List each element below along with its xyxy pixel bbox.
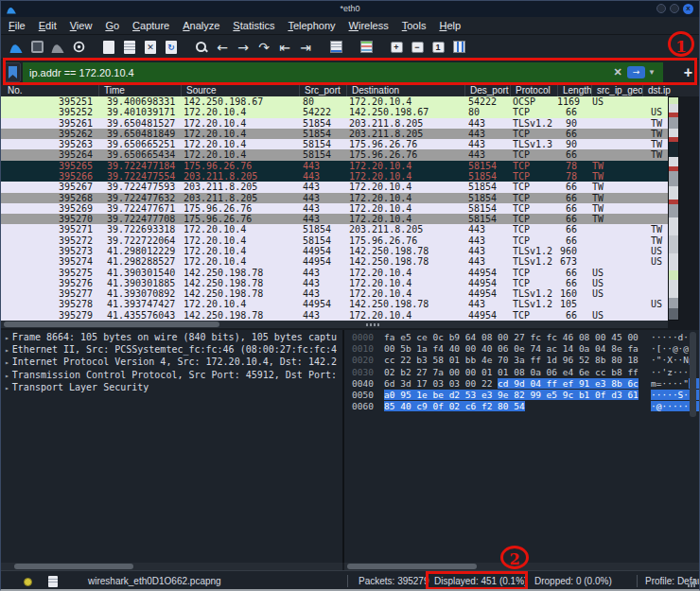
stop-capture-button[interactable] (26, 38, 47, 57)
packet-row-395269[interactable]: 39526939.722477671175.96.26.76443172.20.… (1, 203, 668, 214)
menu-tools[interactable]: Tools (402, 20, 427, 31)
packet-row-395263[interactable]: 39526339.650665251172.20.10.458154175.96… (1, 139, 668, 149)
packet-details-pane[interactable]: ▸Frame 8664: 105 bytes on wire (840 bits… (1, 330, 342, 563)
menu-analyze[interactable]: Analyze (183, 20, 219, 31)
hex-row[interactable]: 0000fa e5 ce 0c b9 64 08 00 27 fc fc 46 … (344, 332, 700, 343)
packet-list-vertical-scrollbar[interactable] (668, 96, 679, 321)
packet-row-395264[interactable]: 39526439.650665434172.20.10.458154175.96… (1, 149, 668, 160)
save-file-button[interactable] (119, 38, 140, 57)
hex-row[interactable]: 003002 b2 27 7a 00 00 01 01 08 0a 06 e4 … (344, 367, 700, 378)
packet-row-395272[interactable]: 39527239.722722064172.20.10.458154175.96… (1, 235, 668, 246)
column-header[interactable]: src_ip_geo (591, 85, 642, 96)
hex-row[interactable]: 006085 40 c9 0f 02 c6 f2 80 54·@······ T (344, 401, 700, 412)
packet-row-395275[interactable]: 39527541.390301540142.250.198.78443172.2… (1, 268, 668, 278)
hex-row[interactable]: 0020cc 22 b3 58 01 bb 4e 70 3a ff 1d 96 … (344, 355, 700, 366)
column-header[interactable]: Source (181, 85, 299, 96)
menu-help[interactable]: Help (439, 20, 461, 31)
coloring-rules-button[interactable] (356, 38, 376, 57)
resize-columns-button[interactable] (448, 38, 469, 57)
close-button[interactable]: x (683, 4, 693, 14)
packet-row-395262[interactable]: 39526239.650481849172.20.10.451854203.21… (1, 129, 668, 139)
column-header[interactable]: Length (557, 85, 591, 96)
packet-row-395273[interactable]: 39527341.298012229172.20.10.444954142.25… (1, 246, 668, 256)
packet-row-395274[interactable]: 39527441.298288527172.20.10.444954142.25… (1, 256, 668, 267)
column-header[interactable]: dst.ip (642, 85, 699, 96)
cell-destination: 175.96.26.76 (346, 149, 464, 160)
close-file-button[interactable]: ✕ (140, 38, 161, 57)
column-header[interactable]: Protocol (510, 85, 557, 96)
go-forward-button[interactable]: → (233, 38, 254, 57)
hex-row[interactable]: 0050a0 95 1e be d2 53 e3 9e 82 99 e5 9c … (344, 390, 700, 401)
hex-offset: 0020 (344, 355, 376, 366)
menu-go[interactable]: Go (105, 20, 119, 31)
last-packet-button[interactable]: ⇥ (295, 38, 316, 57)
detail-tree-item[interactable]: ▸Frame 8664: 105 bytes on wire (840 bits… (1, 332, 342, 344)
detail-tree-item[interactable]: ▸Ethernet II, Src: PCSSystemtec_fc:fc:46… (1, 344, 342, 356)
go-to-packet-button[interactable]: ↷ (254, 38, 274, 57)
find-packet-button[interactable] (191, 38, 212, 57)
packet-list-header[interactable]: No.TimeSourceSrc_portDestinationDes_port… (1, 85, 699, 96)
packet-row-395270[interactable]: 39527039.722477708175.96.26.76443172.20.… (1, 214, 668, 224)
scrollbar-handle[interactable] (347, 564, 477, 569)
start-capture-button[interactable] (6, 38, 26, 57)
auto-scroll-button[interactable] (325, 38, 346, 57)
packet-list-horizontal-scrollbar[interactable] (1, 321, 668, 328)
open-file-button[interactable] (98, 38, 119, 57)
first-packet-button[interactable]: ⇤ (274, 38, 295, 57)
expand-arrow-icon[interactable]: ▸ (5, 384, 12, 392)
capture-file-annotation-icon[interactable] (48, 576, 58, 587)
restart-capture-button[interactable] (47, 38, 68, 57)
column-header[interactable]: Des_port (464, 85, 510, 96)
menu-wireless[interactable]: Wireless (349, 20, 389, 31)
packet-row-395268[interactable]: 39526839.722477632203.211.8.205443172.20… (1, 193, 668, 203)
hex-row[interactable]: 001000 5b 1a f4 40 00 40 06 0e 74 ac 14 … (344, 343, 700, 355)
expand-arrow-icon[interactable]: ▸ (5, 358, 12, 367)
detail-tree-item[interactable]: ▸Internet Protocol Version 4, Src: 172.2… (1, 356, 342, 369)
column-header[interactable]: Src_port (299, 85, 346, 96)
scrollbar-handle[interactable] (14, 564, 133, 569)
cell-no: 395263 (1, 139, 98, 149)
packet-row-395276[interactable]: 39527641.390301885142.250.198.78443172.2… (1, 278, 668, 288)
menu-capture[interactable]: Capture (132, 20, 169, 31)
menu-telephony[interactable]: Telephony (288, 20, 335, 31)
packet-row-395267[interactable]: 39526739.722477593203.211.8.205443172.20… (1, 182, 668, 192)
packet-row-395265[interactable]: 39526539.722477184175.96.26.76443172.20.… (1, 161, 668, 171)
menu-statistics[interactable]: Statistics (233, 20, 274, 31)
go-back-button[interactable]: ← (212, 38, 233, 57)
reload-file-button[interactable]: ↻ (161, 38, 182, 57)
details-horizontal-scrollbar[interactable] (1, 563, 342, 570)
packet-bytes-pane[interactable]: 0000fa e5 ce 0c b9 64 08 00 27 fc fc 46 … (344, 330, 700, 563)
minimize-button[interactable] (656, 4, 666, 13)
packet-row-395277[interactable]: 39527741.393070892142.250.198.78443172.2… (1, 288, 668, 299)
packet-row-395271[interactable]: 39527139.722693318172.20.10.451854203.21… (1, 224, 668, 235)
column-header[interactable]: Destination (346, 85, 464, 96)
expand-arrow-icon[interactable]: ▸ (5, 346, 12, 355)
detail-tree-item[interactable]: ▸Transport Layer Security (1, 382, 342, 394)
capture-options-button[interactable] (68, 38, 89, 57)
normal-size-button[interactable]: 1 (428, 38, 448, 57)
expand-arrow-icon[interactable]: ▸ (5, 372, 12, 380)
zoom-out-button[interactable]: − (407, 38, 428, 57)
capture-filename[interactable]: wireshark_eth0D1O662.pcapng (88, 575, 221, 587)
column-header[interactable]: No. (1, 85, 98, 96)
zoom-in-button[interactable]: + (386, 38, 407, 57)
pane-splitter-handle[interactable] (366, 323, 379, 326)
packet-row-395252[interactable]: 39525239.401039171172.20.10.454222142.25… (1, 107, 668, 117)
packet-row-395251[interactable]: 39525139.400698331142.250.198.6780172.20… (1, 96, 668, 107)
maximize-button[interactable] (670, 4, 679, 13)
packet-row-395266[interactable]: 39526639.722477554203.211.8.205443172.20… (1, 171, 668, 182)
expert-info-icon[interactable] (24, 578, 32, 586)
menu-view[interactable]: View (70, 20, 93, 31)
detail-tree-item[interactable]: ▸Transmission Control Protocol, Src Port… (1, 370, 342, 382)
packet-row-395278[interactable]: 39527841.393747427172.20.10.444954142.25… (1, 299, 668, 309)
column-header[interactable]: Time (98, 85, 181, 96)
menu-edit[interactable]: Edit (39, 20, 57, 31)
bytes-pane-scrollbar[interactable] (690, 332, 696, 417)
scrollbar-handle[interactable] (4, 322, 219, 327)
packet-row-395279[interactable]: 39527941.435576043142.250.198.78443172.2… (1, 310, 668, 321)
packet-row-395261[interactable]: 39526139.650481527172.20.10.451854203.21… (1, 118, 668, 129)
hex-row[interactable]: 00406d 3d 17 03 03 00 22 cd 9d 04 ff ef … (344, 378, 700, 390)
menu-file[interactable]: File (9, 20, 26, 31)
expand-arrow-icon[interactable]: ▸ (5, 334, 12, 342)
cell-destination: 172.20.10.4 (346, 288, 464, 299)
